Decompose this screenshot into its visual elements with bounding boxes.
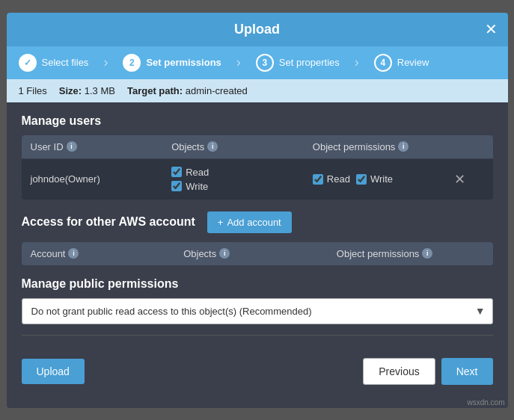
- objects-info-icon[interactable]: i: [207, 141, 218, 152]
- header-userid: User ID i: [31, 141, 166, 152]
- public-permissions-title: Manage public permissions: [22, 277, 493, 291]
- read-label: Read: [186, 167, 209, 178]
- size-info: Size: 1.3 MB: [59, 85, 115, 96]
- aws-header-objects: Objects i: [183, 248, 331, 259]
- step-3[interactable]: 3 Set properties: [256, 54, 340, 72]
- nav-buttons: Previous Next: [363, 358, 492, 385]
- obj-read-input[interactable]: [313, 174, 323, 185]
- obj-permissions-cell: Read Write: [313, 173, 448, 185]
- aws-header-account: Account i: [31, 248, 178, 259]
- footer-divider: [22, 335, 493, 336]
- obj-write-checkbox[interactable]: Write: [356, 173, 393, 185]
- step-3-label: Set properties: [279, 57, 340, 68]
- users-table-header: User ID i Objects i Object permissions i: [22, 135, 493, 158]
- write-objects-checkbox[interactable]: Write: [171, 181, 307, 192]
- header-objects: Objects i: [171, 141, 307, 152]
- step-2-circle: 2: [123, 54, 141, 72]
- step-4-circle: 4: [374, 54, 392, 72]
- obj-perm-info-icon[interactable]: i: [398, 141, 409, 152]
- header-obj-permissions: Object permissions i: [313, 141, 448, 152]
- plus-icon: +: [218, 217, 224, 228]
- account-info-icon[interactable]: i: [68, 248, 79, 259]
- modal-header: Upload ✕: [7, 13, 508, 46]
- next-button[interactable]: Next: [441, 358, 493, 385]
- step-1-circle: ✓: [19, 54, 37, 72]
- add-account-label: Add account: [227, 217, 281, 228]
- aws-section-title: Access for other AWS account: [22, 215, 195, 229]
- objects-cell: Read Write: [171, 167, 307, 192]
- upload-modal: Upload ✕ ✓ Select files › 2 Set permissi…: [7, 13, 508, 408]
- user-id-cell: johndoe(Owner): [31, 173, 166, 185]
- aws-section: Access for other AWS account + Add accou…: [22, 211, 493, 233]
- aws-objects-info-icon[interactable]: i: [219, 248, 230, 259]
- close-button[interactable]: ✕: [485, 22, 498, 37]
- table-row: johndoe(Owner) Read Write: [22, 158, 493, 200]
- info-bar: 1 Files Size: 1.3 MB Target path: admin-…: [7, 79, 508, 102]
- step-2[interactable]: 2 Set permissions: [123, 54, 221, 72]
- add-account-button[interactable]: + Add account: [207, 211, 292, 233]
- userid-info-icon[interactable]: i: [67, 141, 77, 152]
- step-divider-2: ›: [236, 55, 241, 70]
- obj-write-input[interactable]: [356, 174, 367, 185]
- aws-obj-perm-info-icon[interactable]: i: [422, 248, 432, 259]
- read-objects-input[interactable]: [171, 167, 182, 177]
- watermark: wsxdn.com: [7, 397, 508, 408]
- footer: Upload Previous Next: [7, 358, 508, 397]
- step-divider-3: ›: [355, 55, 359, 70]
- read-objects-checkbox[interactable]: Read: [171, 167, 307, 178]
- modal-title: Upload: [234, 22, 280, 37]
- files-count: 1 Files: [19, 85, 47, 96]
- obj-perm-group: Read Write: [313, 173, 448, 185]
- dropdown-container: Do not grant public read access to this …: [22, 298, 493, 324]
- obj-read-checkbox[interactable]: Read: [313, 173, 350, 185]
- steps-bar: ✓ Select files › 2 Set permissions › 3 S…: [7, 46, 508, 79]
- step-4[interactable]: 4 Review: [374, 54, 429, 72]
- upload-button[interactable]: Upload: [22, 359, 85, 384]
- public-permissions-section: Manage public permissions Do not grant p…: [22, 277, 493, 324]
- users-table: User ID i Objects i Object permissions i…: [22, 135, 493, 200]
- public-permissions-dropdown[interactable]: Do not grant public read access to this …: [22, 298, 493, 324]
- row-action: ✕: [454, 171, 484, 188]
- step-1[interactable]: ✓ Select files: [19, 54, 89, 72]
- write-objects-input[interactable]: [171, 181, 182, 191]
- target-path: Target path: admin-created: [127, 85, 248, 96]
- step-4-label: Review: [397, 57, 429, 68]
- aws-table-header: Account i Objects i Object permissions i: [22, 242, 493, 265]
- step-1-label: Select files: [42, 57, 89, 68]
- aws-header-obj-perm: Object permissions i: [337, 248, 484, 259]
- header-action: [454, 141, 484, 152]
- modal-body: Manage users User ID i Objects i Object …: [7, 102, 508, 358]
- manage-users-title: Manage users: [22, 114, 493, 128]
- aws-table: Account i Objects i Object permissions i: [22, 242, 493, 265]
- obj-read-label: Read: [327, 173, 350, 185]
- previous-button[interactable]: Previous: [363, 358, 435, 385]
- write-label: Write: [186, 181, 208, 192]
- objects-checkboxes: Read Write: [171, 167, 307, 192]
- step-3-circle: 3: [256, 54, 274, 72]
- remove-row-button[interactable]: ✕: [454, 171, 465, 188]
- step-2-label: Set permissions: [146, 57, 221, 68]
- obj-write-label: Write: [370, 173, 393, 185]
- step-divider-1: ›: [103, 55, 108, 70]
